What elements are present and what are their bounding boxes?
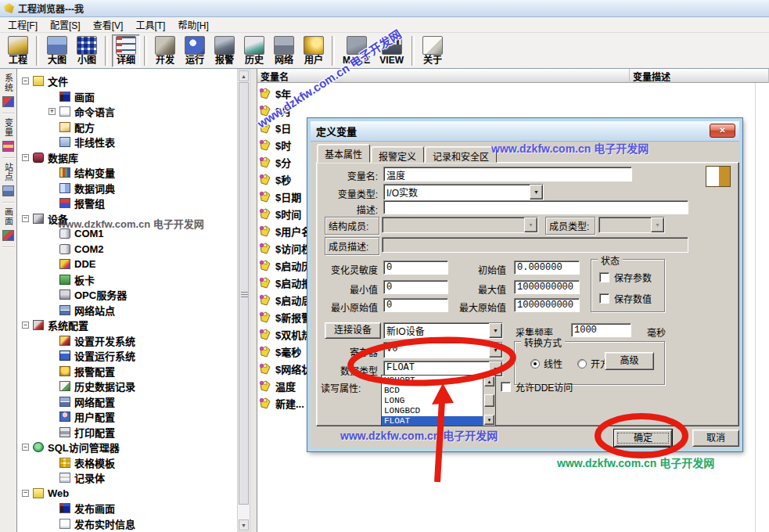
pane-splitter[interactable]: [250, 69, 257, 532]
tree-item[interactable]: 命令语言: [17, 104, 237, 120]
column-header-desc[interactable]: 变量描述: [630, 69, 769, 83]
init-value-input[interactable]: 0.000000: [514, 261, 580, 275]
save-params-checkbox[interactable]: 保存参数: [599, 271, 652, 284]
toolbar-button-about[interactable]: 关于: [419, 34, 447, 67]
tree-scrollbar-thumb[interactable]: [239, 82, 249, 505]
menu-project[interactable]: 工程[F]: [2, 16, 44, 33]
menu-help[interactable]: 帮助[H]: [171, 16, 214, 33]
toolbar-button-project[interactable]: 工程: [4, 34, 32, 67]
tree-item[interactable]: 设置开发系统: [17, 333, 237, 349]
tree-item[interactable]: 记录体: [17, 470, 237, 486]
tree-item[interactable]: 打印配置: [17, 425, 237, 440]
tree-item[interactable]: 报警组: [17, 196, 237, 211]
menu-config[interactable]: 配置[S]: [44, 16, 87, 33]
cancel-button[interactable]: 取消: [692, 430, 739, 447]
tree-item[interactable]: OPC服务器: [17, 287, 237, 303]
toolbar-button-separator[interactable]: [330, 35, 336, 66]
tree-item[interactable]: 系统配置: [17, 318, 237, 333]
tree-expander[interactable]: [22, 322, 29, 329]
connect-device-button[interactable]: 连接设备: [325, 322, 381, 339]
tab-basic[interactable]: 基本属性: [317, 144, 370, 163]
var-type-select[interactable]: I/O实数: [383, 184, 544, 200]
toolbar-button-details[interactable]: 详细: [112, 34, 140, 67]
tree-item[interactable]: 画面: [17, 89, 237, 105]
max-raw-input[interactable]: 1000000000: [514, 298, 580, 312]
scroll-up-icon[interactable]: ▲: [484, 376, 494, 386]
tree-expander[interactable]: [49, 108, 56, 115]
min-value-input[interactable]: 0: [383, 280, 448, 294]
tree-item[interactable]: 历史数据记录: [17, 379, 237, 394]
side-tab-station[interactable]: 站点: [2, 161, 15, 203]
tree-item[interactable]: 设备: [17, 211, 237, 227]
toolbar-button-run[interactable]: 运行: [181, 34, 209, 67]
tree-item[interactable]: 设置运行系统: [17, 348, 237, 364]
dropdown-option[interactable]: FLOAT: [382, 416, 483, 426]
tree-item[interactable]: 板卡: [17, 272, 237, 288]
toolbar-button-develop[interactable]: 开发: [151, 34, 179, 67]
tree-item[interactable]: COM1: [17, 226, 237, 242]
toolbar-button-large-icons[interactable]: 大图: [43, 34, 71, 67]
advanced-button[interactable]: 高级: [605, 352, 654, 370]
tree-item[interactable]: 数据库: [17, 150, 237, 166]
tree-expander[interactable]: [22, 215, 29, 222]
close-icon[interactable]: [710, 124, 735, 138]
dropdown-scrollbar[interactable]: ▲ ▼: [483, 376, 495, 426]
tab-record-security[interactable]: 记录和安全区: [425, 146, 497, 163]
tree-item[interactable]: 文件: [17, 74, 237, 89]
radio-icon[interactable]: [577, 359, 587, 368]
toolbar-button-small-icons[interactable]: 小图: [73, 34, 101, 67]
tree-item[interactable]: SQL访问管理器: [17, 440, 237, 455]
dropdown-option[interactable]: BCD: [382, 386, 483, 396]
side-tab-system[interactable]: 系统: [2, 72, 15, 113]
chevron-down-icon[interactable]: [530, 185, 543, 200]
toolbar-button-view[interactable]: VIEW: [376, 34, 408, 67]
dropdown-option[interactable]: LONGBCD: [382, 406, 483, 416]
checkbox-icon[interactable]: [599, 293, 609, 304]
tree-item[interactable]: COM2: [17, 242, 237, 257]
toolbar-button-history[interactable]: 历史: [240, 34, 268, 67]
dialog-titlebar[interactable]: 定义变量: [311, 121, 739, 142]
side-tab-screen[interactable]: 画面: [2, 206, 15, 247]
device-select[interactable]: 新IO设备: [383, 322, 503, 339]
scroll-up-icon[interactable]: ▲: [239, 70, 249, 81]
tree-item[interactable]: 网络配置: [17, 394, 237, 410]
toolbar-button-user[interactable]: 用户: [300, 34, 328, 67]
menu-tools[interactable]: 工具[T]: [129, 16, 171, 33]
toolbar-button-make[interactable]: MAKE: [339, 34, 374, 67]
max-value-input[interactable]: 1000000000: [514, 280, 580, 294]
description-input[interactable]: [383, 200, 688, 214]
radio-selected-icon[interactable]: [530, 359, 540, 368]
var-name-input[interactable]: 温度: [383, 167, 632, 182]
checkbox-icon[interactable]: [501, 382, 511, 392]
tree-expander[interactable]: [22, 154, 29, 161]
toolbar-button-separator[interactable]: [34, 35, 41, 66]
scroll-down-icon[interactable]: ▼: [239, 519, 249, 530]
menu-view[interactable]: 查看[V]: [87, 16, 130, 33]
save-values-checkbox[interactable]: 保存数值: [599, 292, 652, 305]
sensitivity-input[interactable]: 0: [383, 261, 448, 275]
dropdown-option[interactable]: USHORT: [382, 376, 483, 386]
tree-item[interactable]: 网络站点: [17, 303, 237, 318]
toolbar-button-alarm[interactable]: 报警: [210, 34, 239, 67]
tree-item[interactable]: 发布画面: [17, 501, 237, 516]
ok-button[interactable]: 确定: [614, 430, 672, 447]
dropdown-scrollbar-thumb[interactable]: [484, 394, 494, 407]
scroll-down-icon[interactable]: ▼: [484, 415, 494, 425]
toolbar-button-separator[interactable]: [142, 35, 149, 66]
tree-item[interactable]: 数据词典: [17, 181, 237, 196]
list-item[interactable]: $月: [257, 102, 630, 119]
tree-item[interactable]: 发布实时信息: [17, 516, 237, 532]
toolbar-button-separator[interactable]: [103, 35, 110, 66]
tree-item[interactable]: 配方: [17, 120, 237, 135]
toolbar-button-network[interactable]: 网络: [270, 34, 298, 67]
tree-item[interactable]: 报警配置: [17, 364, 237, 379]
linear-radio[interactable]: 线性: [530, 357, 562, 370]
tree-item[interactable]: 非线性表: [17, 135, 237, 150]
tree-item[interactable]: DDE: [17, 257, 237, 272]
checkbox-icon[interactable]: [599, 272, 609, 282]
min-raw-input[interactable]: 0: [383, 298, 448, 312]
tree-item[interactable]: Web: [17, 486, 237, 501]
tree-item[interactable]: 用户配置: [17, 409, 237, 425]
column-header-name[interactable]: 变量名: [257, 69, 630, 83]
register-select[interactable]: V0: [383, 342, 503, 358]
